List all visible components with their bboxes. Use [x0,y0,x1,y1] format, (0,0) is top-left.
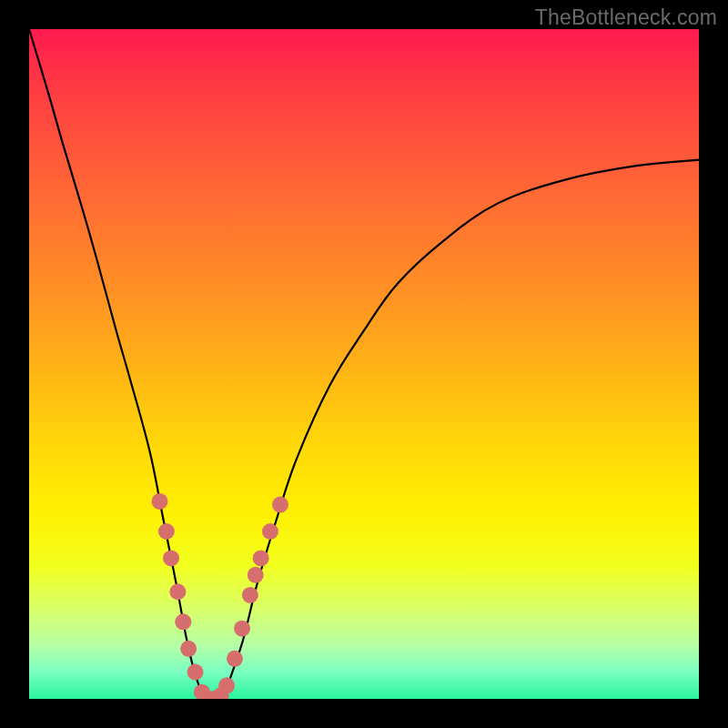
marker-dot [253,550,269,566]
chart-plot-area [29,29,699,699]
bottleneck-curve [29,29,699,699]
marker-dot [248,567,264,583]
marker-dot [180,641,197,657]
marker-dot [218,677,235,693]
marker-dot [262,523,278,540]
marker-dot [158,523,175,540]
marker-dot [242,587,258,603]
marker-dot [175,613,191,630]
marker-dot [272,497,288,513]
marker-dot [227,651,243,667]
marker-dot [163,550,179,566]
chart-frame: TheBottleneck.com [0,0,728,728]
curve-highlight-dots [152,493,288,699]
watermark-text: TheBottleneck.com [535,5,717,30]
marker-dot [152,493,168,510]
marker-dot [187,664,204,681]
chart-svg [29,29,699,699]
marker-dot [169,583,186,600]
marker-dot [234,621,250,637]
